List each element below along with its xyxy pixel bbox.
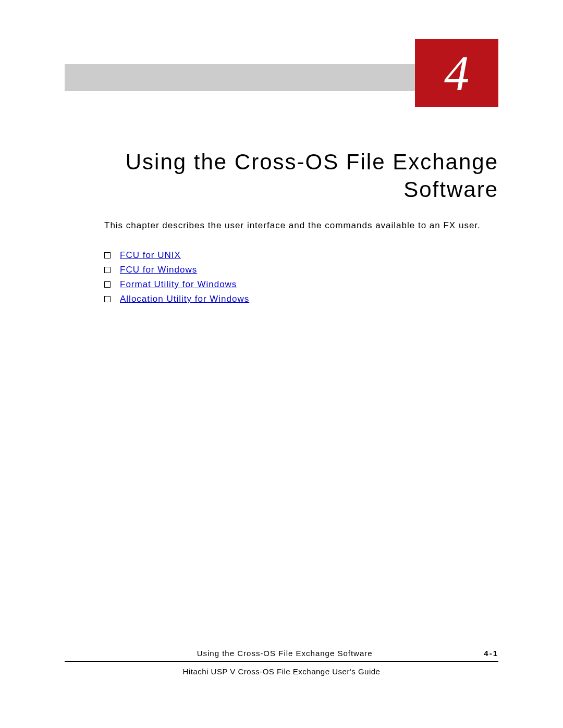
list-item: Format Utility for Windows: [104, 279, 498, 290]
link-fcu-windows[interactable]: FCU for Windows: [120, 265, 197, 275]
page-footer: Using the Cross-OS File Exchange Softwar…: [65, 649, 498, 676]
chapter-bar: [65, 64, 415, 91]
chapter-number: 4: [444, 44, 469, 102]
footer-guide-title: Hitachi USP V Cross-OS File Exchange Use…: [65, 667, 498, 676]
link-format-utility[interactable]: Format Utility for Windows: [120, 279, 237, 290]
square-bullet-icon: [104, 281, 111, 288]
chapter-number-box: 4: [415, 39, 498, 107]
link-fcu-unix[interactable]: FCU for UNIX: [120, 250, 181, 261]
square-bullet-icon: [104, 267, 111, 273]
page-number: 4-1: [473, 649, 498, 658]
footer-top-row: Using the Cross-OS File Exchange Softwar…: [65, 649, 498, 662]
chapter-header: 4: [65, 39, 498, 107]
intro-paragraph: This chapter describes the user interfac…: [104, 219, 498, 232]
list-item: FCU for Windows: [104, 265, 498, 275]
link-allocation-utility[interactable]: Allocation Utility for Windows: [120, 294, 249, 304]
square-bullet-icon: [104, 252, 111, 258]
chapter-title: Using the Cross-OS File Exchange Softwar…: [65, 149, 498, 203]
square-bullet-icon: [104, 296, 111, 302]
list-item: Allocation Utility for Windows: [104, 294, 498, 304]
footer-section-title: Using the Cross-OS File Exchange Softwar…: [96, 649, 473, 658]
chapter-link-list: FCU for UNIX FCU for Windows Format Util…: [104, 250, 498, 309]
list-item: FCU for UNIX: [104, 250, 498, 261]
